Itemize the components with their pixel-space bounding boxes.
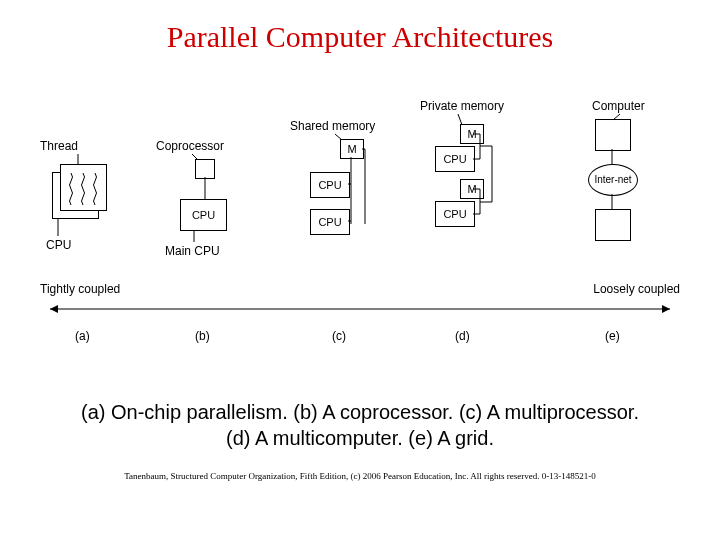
architecture-diagram: Thread Coprocessor Shared memory Private… (40, 64, 680, 374)
label-loosely: Loosely coupled (593, 282, 680, 296)
caption-line-2: (d) A multicomputer. (e) A grid. (226, 427, 494, 449)
caption-line-1: (a) On-chip parallelism. (b) A coprocess… (81, 401, 639, 423)
svg-marker-27 (662, 305, 670, 313)
page-title: Parallel Computer Architectures (0, 20, 720, 54)
svg-marker-26 (50, 305, 58, 313)
col-a: (a) (75, 329, 90, 343)
svg-line-22 (613, 114, 620, 120)
figure-caption: (a) On-chip parallelism. (b) A coprocess… (40, 399, 680, 451)
col-d: (d) (455, 329, 470, 343)
col-c: (c) (332, 329, 346, 343)
col-e: (e) (605, 329, 620, 343)
copyright-text: Tanenbaum, Structured Computer Organizat… (0, 471, 720, 481)
coupling-axis (40, 299, 680, 319)
wire-grid (40, 64, 680, 274)
col-b: (b) (195, 329, 210, 343)
label-tightly: Tightly coupled (40, 282, 120, 296)
